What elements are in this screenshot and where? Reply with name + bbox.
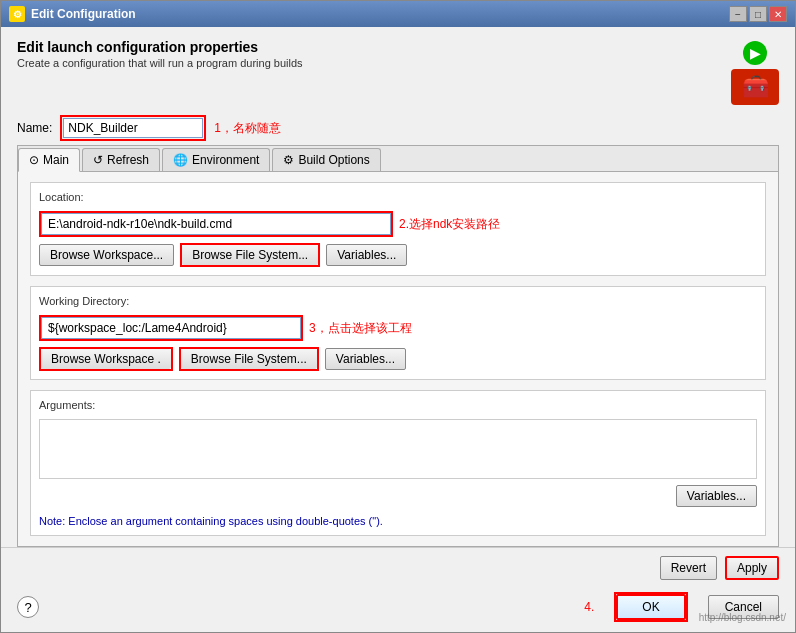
working-dir-browse-filesystem-wrap: Browse File System... xyxy=(179,347,319,371)
ok-button[interactable]: OK xyxy=(616,594,685,620)
arguments-textarea[interactable] xyxy=(39,419,757,479)
header-icons: ▶ 🧰 xyxy=(731,39,779,105)
working-dir-input[interactable] xyxy=(41,317,301,339)
help-icon[interactable]: ? xyxy=(17,596,39,618)
working-dir-label: Working Directory: xyxy=(39,295,757,307)
title-controls: − □ ✕ xyxy=(729,6,787,22)
tab-content: Location: 2.选择ndk安装路径 Browse Workspace..… xyxy=(18,172,778,546)
arguments-btn-row: Variables... xyxy=(39,485,757,507)
toolbox-icon: 🧰 xyxy=(731,69,779,105)
location-label: Location: xyxy=(39,191,757,203)
title-bar: ⚙ Edit Configuration − □ ✕ xyxy=(1,1,795,27)
location-browse-filesystem-wrap: Browse File System... xyxy=(180,243,320,267)
location-section: Location: 2.选择ndk安装路径 Browse Workspace..… xyxy=(30,182,766,276)
tab-build-options[interactable]: ⚙ Build Options xyxy=(272,148,380,171)
tab-environment-icon: 🌐 xyxy=(173,153,188,167)
watermark: http://blog.csdn.net/ xyxy=(699,612,786,623)
window: ⚙ Edit Configuration − □ ✕ Edit launch c… xyxy=(0,0,796,633)
play-icon: ▶ xyxy=(743,41,767,65)
tabs: ⊙ Main ↺ Refresh 🌐 Environment ⚙ Build O… xyxy=(18,146,778,172)
main-content: Name: 1，名称随意 xyxy=(1,105,795,141)
arguments-label: Arguments: xyxy=(39,399,757,411)
tab-main[interactable]: ⊙ Main xyxy=(18,148,80,172)
tab-refresh-icon: ↺ xyxy=(93,153,103,167)
annotation-3: 3，点击选择该工程 xyxy=(309,320,412,337)
window-title: Edit Configuration xyxy=(31,7,136,21)
name-label: Name: xyxy=(17,121,52,135)
location-btn-row: Browse Workspace... Browse File System..… xyxy=(39,243,757,267)
apply-button[interactable]: Apply xyxy=(725,556,779,580)
name-row: Name: 1，名称随意 xyxy=(17,115,779,141)
name-input-wrap xyxy=(60,115,206,141)
tab-build-options-label: Build Options xyxy=(298,153,369,167)
location-browse-workspace-button[interactable]: Browse Workspace... xyxy=(39,244,174,266)
ok-button-wrap: OK xyxy=(614,592,687,622)
page-subtitle: Create a configuration that will run a p… xyxy=(17,57,303,69)
page-title: Edit launch configuration properties xyxy=(17,39,303,55)
working-dir-browse-workspace-wrap: Browse Workspace . xyxy=(39,347,173,371)
bottom-buttons: Revert Apply xyxy=(1,547,795,588)
close-button[interactable]: ✕ xyxy=(769,6,787,22)
tab-main-label: Main xyxy=(43,153,69,167)
location-input-row: 2.选择ndk安装路径 xyxy=(39,211,757,237)
tab-environment-label: Environment xyxy=(192,153,259,167)
location-input-wrap xyxy=(39,211,393,237)
working-dir-variables-button[interactable]: Variables... xyxy=(325,348,406,370)
maximize-button[interactable]: □ xyxy=(749,6,767,22)
main-panel: ⊙ Main ↺ Refresh 🌐 Environment ⚙ Build O… xyxy=(17,145,779,547)
location-browse-filesystem-button[interactable]: Browse File System... xyxy=(182,245,318,265)
annotation-2: 2.选择ndk安装路径 xyxy=(399,216,500,233)
tab-refresh[interactable]: ↺ Refresh xyxy=(82,148,160,171)
working-dir-btn-row: Browse Workspace . Browse File System...… xyxy=(39,347,757,371)
arguments-note: Note: Enclose an argument containing spa… xyxy=(39,515,757,527)
title-bar-left: ⚙ Edit Configuration xyxy=(9,6,136,22)
tab-build-options-icon: ⚙ xyxy=(283,153,294,167)
location-variables-button[interactable]: Variables... xyxy=(326,244,407,266)
header-text: Edit launch configuration properties Cre… xyxy=(17,39,303,69)
tab-environment[interactable]: 🌐 Environment xyxy=(162,148,270,171)
tab-refresh-label: Refresh xyxy=(107,153,149,167)
minimize-button[interactable]: − xyxy=(729,6,747,22)
name-input[interactable] xyxy=(63,118,203,138)
location-input[interactable] xyxy=(41,213,391,235)
arguments-section: Arguments: Variables... Note: Enclose an… xyxy=(30,390,766,536)
working-dir-input-row: 3，点击选择该工程 xyxy=(39,315,757,341)
header-area: Edit launch configuration properties Cre… xyxy=(1,27,795,105)
window-icon: ⚙ xyxy=(9,6,25,22)
tab-main-icon: ⊙ xyxy=(29,153,39,167)
annotation-4: 4. xyxy=(584,600,594,614)
ok-cancel-area: ? 4. OK Cancel xyxy=(1,588,795,632)
working-dir-browse-workspace-button[interactable]: Browse Workspace . xyxy=(41,349,171,369)
revert-button[interactable]: Revert xyxy=(660,556,717,580)
working-dir-section: Working Directory: 3，点击选择该工程 Browse Work… xyxy=(30,286,766,380)
working-dir-browse-filesystem-button[interactable]: Browse File System... xyxy=(181,349,317,369)
annotation-1: 1，名称随意 xyxy=(214,120,281,137)
working-dir-input-wrap xyxy=(39,315,303,341)
arguments-variables-button[interactable]: Variables... xyxy=(676,485,757,507)
